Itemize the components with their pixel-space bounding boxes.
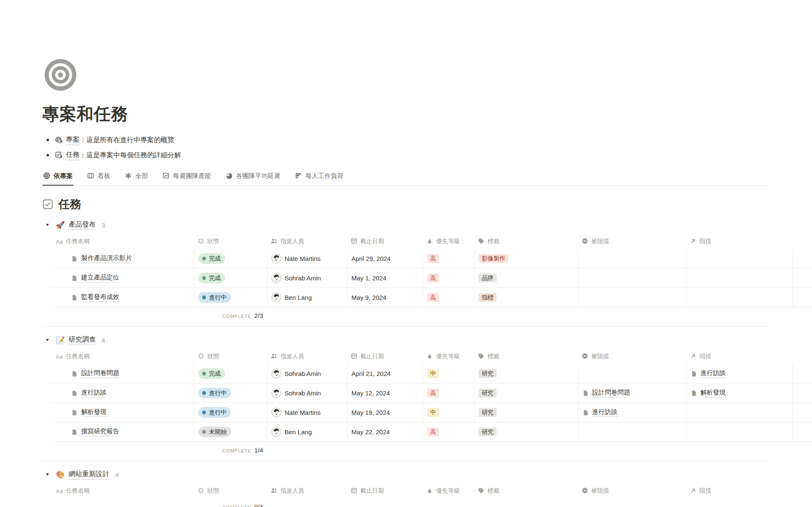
tags-cell[interactable]: 研究 [475,384,578,403]
relation-chip[interactable]: 設計問卷問題 [582,389,630,397]
assignee-cell[interactable]: Nate Martins [267,403,347,422]
task-name-cell[interactable]: 解析發現 [49,403,194,422]
tags-cell[interactable]: 研究 [475,422,578,441]
priority-cell[interactable]: 高 [423,384,475,403]
tab-pie-chart[interactable]: 各團隊平均延遲 [225,167,281,185]
due-date-cell[interactable]: May 19, 2024 [347,403,423,422]
status-cell[interactable]: 進行中 [194,403,267,422]
assignee-cell[interactable]: Ben Lang [267,288,347,307]
tags-cell[interactable]: 研究 [475,364,578,383]
column-header-status[interactable]: 狀態 [194,234,267,249]
relation-chip[interactable]: 解析發現 [691,389,726,397]
column-header-due[interactable]: 截止日期 [347,349,423,364]
tab-asterisk[interactable]: 全部 [124,167,149,185]
assignee-cell[interactable]: Nate Martins [267,249,347,268]
tags-cell[interactable]: 研究 [475,403,578,422]
due-date-cell[interactable]: May 1, 2024 [347,269,423,288]
blocked-by-cell[interactable]: 設計問卷問題 [578,384,686,403]
task-name-cell[interactable]: 撰寫研究報告 [49,422,194,441]
status-cell[interactable]: 未開始 [194,422,267,441]
blocked-by-cell[interactable] [578,364,686,383]
tab-bar-chart[interactable]: 每人工作負荷 [294,167,344,185]
task-name-cell[interactable]: 製作產品演示影片 [49,249,194,268]
column-header-blocking[interactable]: 阻擋 [686,349,793,364]
relation-chip[interactable]: 進行訪談 [582,408,617,417]
column-header-name[interactable]: Aa 任務名稱 [49,234,194,249]
group-title-link[interactable]: 網站重新設計 [69,470,109,480]
blocking-cell[interactable] [686,422,793,441]
column-header-blocking[interactable]: 阻擋 [686,234,793,249]
column-header-tags[interactable]: 標籤 [475,483,578,499]
column-header-priority[interactable]: 優先等級 [423,234,475,249]
assignee-cell[interactable]: Sohrab Amin [267,364,347,383]
status-cell[interactable]: 進行中 [194,288,267,307]
column-header-priority[interactable]: 優先等級 [423,349,475,364]
complete-summary[interactable]: COMPLETE1/4 [194,447,267,454]
collapse-toggle-icon[interactable] [45,222,50,227]
task-name-cell[interactable]: 監看發布成效 [49,288,194,307]
column-header-priority[interactable]: 優先等級 [423,483,475,499]
blocking-cell[interactable] [686,288,793,307]
status-cell[interactable]: 完成 [194,269,267,288]
status-cell[interactable]: 完成 [194,249,267,268]
status-cell[interactable]: 完成 [194,364,267,383]
blocking-cell[interactable]: 解析發現 [686,384,793,403]
tags-cell[interactable]: 品牌 [475,269,578,288]
priority-cell[interactable]: 中 [423,403,475,422]
task-name-cell[interactable]: 進行訪談 [49,384,194,403]
blocked-by-cell[interactable]: 進行訪談 [578,403,686,422]
group-title-link[interactable]: 產品發布 [69,220,96,230]
tags-cell[interactable]: 影像製作 [475,249,578,268]
priority-cell[interactable]: 高 [423,249,475,268]
due-date-cell[interactable]: April 21, 2024 [347,364,423,383]
blocking-cell[interactable] [686,249,793,268]
page-icon-target[interactable] [44,58,77,91]
intro-link[interactable]: 任務 [66,151,80,160]
column-header-blocking[interactable]: 阻擋 [686,483,793,499]
tab-target[interactable]: 依專案 [42,167,74,185]
due-date-cell[interactable]: April 29, 2024 [347,249,423,268]
collapse-toggle-icon[interactable] [45,337,50,343]
complete-summary[interactable]: COMPLETE2/3 [194,312,267,320]
blocking-cell[interactable] [686,403,793,422]
due-date-cell[interactable]: May 9, 2024 [347,288,423,307]
column-header-blocked_by[interactable]: 被阻擋 [578,483,686,499]
column-header-assignee[interactable]: 指派人員 [267,483,347,499]
column-header-due[interactable]: 截止日期 [347,483,423,499]
column-header-tags[interactable]: 標籤 [475,234,578,249]
group-title-link[interactable]: 研究調查 [69,335,96,345]
column-header-blocked_by[interactable]: 被阻擋 [578,349,686,364]
priority-cell[interactable]: 高 [423,269,475,288]
priority-cell[interactable]: 中 [423,364,475,383]
blocked-by-cell[interactable] [578,249,686,268]
tab-line-chart[interactable]: 每週團隊產能 [162,167,212,185]
tab-board[interactable]: 看板 [86,167,111,185]
column-header-name[interactable]: Aa 任務名稱 [49,483,194,499]
blocked-by-cell[interactable] [578,422,686,441]
column-header-blocked_by[interactable]: 被阻擋 [578,234,686,249]
task-name-cell[interactable]: 設計問卷問題 [49,364,194,383]
column-header-due[interactable]: 截止日期 [347,234,423,249]
blocking-cell[interactable]: 進行訪談 [686,364,793,383]
column-header-assignee[interactable]: 指派人員 [267,234,347,249]
blocked-by-cell[interactable] [578,288,686,307]
relation-chip[interactable]: 進行訪談 [691,369,726,378]
status-cell[interactable]: 進行中 [194,384,267,403]
blocked-by-cell[interactable] [578,269,686,288]
assignee-cell[interactable]: Sohrab Amin [267,384,347,403]
task-name-cell[interactable]: 建立產品定位 [49,269,194,288]
complete-summary[interactable]: COMPLETE0/4 [194,503,267,507]
column-header-name[interactable]: Aa 任務名稱 [49,349,194,364]
priority-cell[interactable]: 高 [423,422,475,441]
intro-link[interactable]: 專案 [66,135,80,145]
assignee-cell[interactable]: Sohrab Amin [267,269,347,288]
tags-cell[interactable]: 指標 [475,288,578,307]
collapse-toggle-icon[interactable] [45,472,50,477]
assignee-cell[interactable]: Ben Lang [267,422,347,441]
due-date-cell[interactable]: May 22, 2024 [347,422,423,441]
blocking-cell[interactable] [686,269,793,288]
column-header-status[interactable]: 狀態 [194,349,267,364]
column-header-status[interactable]: 狀態 [194,483,267,499]
column-header-tags[interactable]: 標籤 [475,349,578,364]
priority-cell[interactable]: 高 [423,288,475,307]
